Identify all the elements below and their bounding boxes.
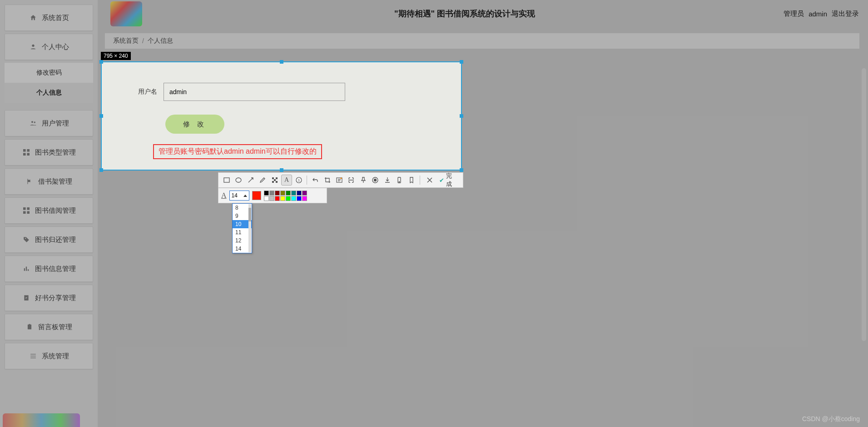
capture-selection[interactable]: 用户名 修 改 管理员账号密码默认admin admin可以自行修改的	[101, 61, 462, 171]
grid-icon	[22, 148, 30, 156]
svg-rect-9	[23, 211, 26, 214]
svg-rect-18	[30, 358, 36, 358]
tool-pin[interactable]	[358, 175, 368, 186]
svg-rect-11	[24, 268, 25, 271]
sidebar-label: 图书借阅管理	[35, 206, 76, 215]
svg-rect-17	[30, 356, 36, 356]
color-swatch[interactable]	[264, 191, 269, 196]
sidebar-label: 图书归还管理	[35, 236, 76, 244]
color-swatch[interactable]	[291, 196, 296, 201]
font-size-select[interactable]: 14	[229, 191, 249, 201]
tool-bookmark[interactable]	[406, 175, 417, 186]
sidebar-item-shelf[interactable]: 借书架管理	[5, 168, 93, 195]
username-label: 用户名	[138, 88, 157, 96]
breadcrumb: 系统首页 / 个人信息	[104, 33, 860, 49]
menu-icon	[29, 352, 37, 360]
admin-note: 管理员账号密码默认admin admin可以自行修改的	[153, 144, 322, 159]
svg-rect-22	[276, 177, 278, 179]
resize-handle[interactable]	[280, 60, 283, 64]
sidebar-item-system[interactable]: 系统管理	[5, 343, 93, 369]
svg-rect-5	[23, 153, 26, 156]
tool-ellipse[interactable]	[233, 175, 243, 186]
dropdown-scrollbar[interactable]	[248, 204, 251, 252]
tool-text[interactable]: A	[281, 175, 292, 186]
color-swatch[interactable]	[286, 196, 291, 201]
tag-icon	[22, 236, 30, 244]
sidebar-item-personal[interactable]: 个人中心	[5, 34, 93, 60]
sidebar-item-return[interactable]: 图书归还管理	[5, 226, 93, 253]
svg-rect-10	[27, 211, 30, 214]
sidebar-sub-pwd[interactable]: 修改密码	[5, 63, 93, 83]
color-swatch[interactable]	[302, 196, 307, 201]
check-icon: ✔	[439, 177, 444, 184]
svg-point-20	[236, 178, 241, 182]
scrollbar[interactable]	[862, 68, 866, 341]
resize-handle[interactable]	[460, 168, 463, 172]
color-swatch[interactable]	[280, 196, 285, 201]
current-color-swatch[interactable]	[252, 191, 261, 200]
username-input[interactable]	[164, 83, 345, 101]
svg-point-29	[340, 178, 342, 179]
color-swatch[interactable]	[297, 191, 302, 196]
tool-done[interactable]: ✔ 完成	[436, 172, 460, 188]
app-title: "期待相遇" 图书借阅系统的设计与实现	[146, 8, 784, 19]
tool-mosaic[interactable]	[269, 175, 280, 186]
resize-handle[interactable]	[99, 60, 103, 64]
crumb-sep: /	[142, 37, 144, 45]
svg-text:1: 1	[298, 178, 300, 182]
resize-handle[interactable]	[280, 168, 283, 172]
tool-undo[interactable]	[310, 175, 320, 186]
tool-cancel[interactable]	[425, 175, 435, 186]
sidebar-item-users[interactable]: 用户管理	[5, 110, 93, 136]
color-swatch[interactable]	[297, 196, 302, 201]
sidebar-label: 系统首页	[42, 14, 69, 22]
color-swatch[interactable]	[275, 191, 280, 196]
sidebar-item-book-info[interactable]: 图书信息管理	[5, 256, 93, 282]
color-swatch[interactable]	[286, 191, 291, 196]
tool-record[interactable]	[370, 175, 381, 186]
color-swatch[interactable]	[275, 196, 280, 201]
tool-scan[interactable]	[346, 175, 357, 186]
sidebar: 系统首页 个人中心 修改密码 个人信息 用户管理 图书类型管理 借书架管理	[0, 0, 98, 427]
font-icon: A	[221, 191, 227, 200]
sidebar-item-book-type[interactable]: 图书类型管理	[5, 139, 93, 166]
color-swatch[interactable]	[269, 196, 274, 201]
tool-arrow[interactable]	[245, 175, 256, 186]
color-swatch[interactable]	[302, 191, 307, 196]
color-swatch[interactable]	[264, 196, 269, 201]
save-button[interactable]: 修 改	[165, 115, 224, 134]
tool-pencil[interactable]	[257, 175, 268, 186]
svg-rect-25	[276, 181, 278, 183]
sidebar-item-share[interactable]: 好书分享管理	[5, 285, 93, 311]
sidebar-item-board[interactable]: 留言板管理	[5, 314, 93, 340]
topbar: "期待相遇" 图书借阅系统的设计与实现 管理员 admin 退出登录	[98, 0, 868, 27]
tool-mobile[interactable]	[394, 175, 405, 186]
svg-rect-23	[274, 179, 276, 181]
svg-rect-12	[25, 266, 26, 271]
svg-rect-21	[272, 177, 274, 179]
color-swatch[interactable]	[291, 191, 296, 196]
tool-download[interactable]	[382, 175, 392, 186]
username-label: admin	[808, 10, 827, 18]
sidebar-item-borrow[interactable]: 图书借阅管理	[5, 197, 93, 224]
svg-rect-15	[29, 324, 30, 325]
check-doc-icon	[22, 294, 30, 302]
sidebar-item-home[interactable]: 系统首页	[5, 5, 93, 31]
tool-rect[interactable]	[221, 175, 232, 186]
resize-handle[interactable]	[99, 168, 103, 172]
toolbar-divider	[420, 176, 420, 185]
sidebar-sub-info[interactable]: 个人信息	[5, 83, 93, 103]
grid-icon	[22, 206, 30, 215]
clipboard-icon	[25, 323, 34, 331]
tool-counter[interactable]: 1	[293, 175, 304, 186]
sidebar-sub-label: 个人信息	[36, 89, 62, 97]
color-swatch[interactable]	[269, 191, 274, 196]
sidebar-label: 留言板管理	[38, 323, 72, 332]
sidebar-label: 图书类型管理	[35, 148, 76, 157]
crumb-home[interactable]: 系统首页	[113, 37, 139, 45]
tool-crop[interactable]	[322, 175, 332, 186]
resize-handle[interactable]	[460, 60, 463, 64]
logout-link[interactable]: 退出登录	[832, 10, 859, 18]
color-swatch[interactable]	[280, 191, 285, 196]
tool-ocr[interactable]	[334, 175, 344, 186]
